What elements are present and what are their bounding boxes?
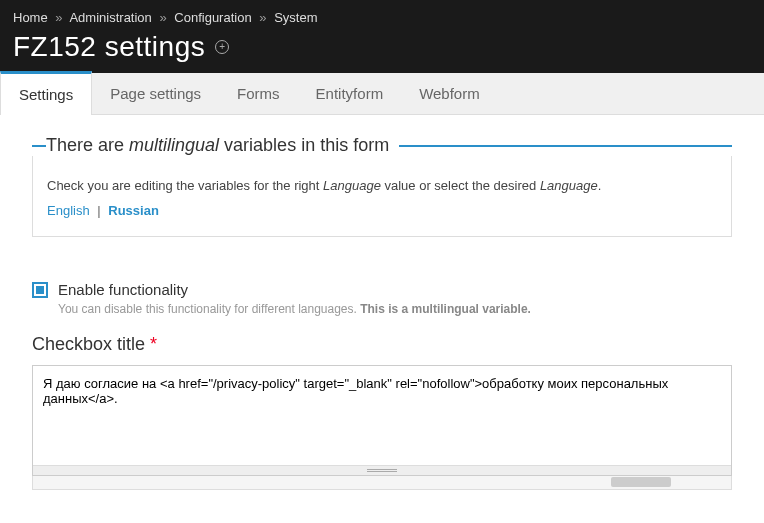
checkbox-title-textarea-wrap: [32, 365, 732, 476]
breadcrumb-sep: »: [55, 10, 62, 25]
scrollbar-thumb[interactable]: [611, 477, 671, 487]
plus-circle-icon[interactable]: +: [215, 40, 229, 54]
checkbox-checked-icon: [36, 286, 44, 294]
breadcrumb-item[interactable]: Home: [13, 10, 48, 25]
tab-webform[interactable]: Webform: [401, 73, 498, 114]
checkbox-title-item: Checkbox title *: [32, 334, 732, 490]
desc-text: Check you are editing the variables for …: [47, 178, 323, 193]
language-link-english[interactable]: English: [47, 203, 90, 218]
help-text-prefix: You can disable this functionality for d…: [58, 302, 360, 316]
horizontal-scrollbar[interactable]: [32, 476, 732, 490]
multilingual-fieldset: There are multilingual variables in this…: [32, 145, 732, 257]
enable-functionality-help: You can disable this functionality for d…: [58, 302, 732, 316]
language-link-russian[interactable]: Russian: [108, 203, 159, 218]
required-marker: *: [150, 334, 157, 354]
page-title: FZ152 settings: [13, 31, 205, 63]
tabs: Settings Page settings Forms Entityform …: [0, 73, 764, 115]
tab-forms[interactable]: Forms: [219, 73, 298, 114]
legend-line: [399, 145, 732, 147]
breadcrumb: Home » Administration » Configuration » …: [13, 10, 751, 31]
enable-functionality-label: Enable functionality: [58, 281, 188, 298]
tab-settings[interactable]: Settings: [0, 71, 92, 115]
fieldset-description: Check you are editing the variables for …: [47, 178, 717, 193]
desc-text: .: [598, 178, 602, 193]
fieldset-legend: There are multilingual variables in this…: [46, 135, 399, 156]
checkbox-title-label: Checkbox title *: [32, 334, 732, 355]
language-divider: |: [97, 203, 100, 218]
breadcrumb-item[interactable]: Configuration: [174, 10, 251, 25]
language-links: English | Russian: [47, 203, 717, 218]
tab-entityform[interactable]: Entityform: [298, 73, 402, 114]
breadcrumb-item[interactable]: System: [274, 10, 317, 25]
enable-functionality-checkbox[interactable]: [32, 282, 48, 298]
desc-em: Language: [540, 178, 598, 193]
help-text-strong: This is a multilingual variable.: [360, 302, 531, 316]
breadcrumb-sep: »: [159, 10, 166, 25]
legend-text: variables in this form: [219, 135, 389, 155]
grip-lines-icon: [367, 469, 397, 473]
enable-functionality-item: Enable functionality You can disable thi…: [32, 281, 732, 316]
legend-em: multilingual: [129, 135, 219, 155]
tab-page-settings[interactable]: Page settings: [92, 73, 219, 114]
breadcrumb-item[interactable]: Administration: [69, 10, 151, 25]
label-text: Checkbox title: [32, 334, 145, 354]
textarea-resize-grip[interactable]: [33, 465, 731, 475]
legend-text: There are: [46, 135, 129, 155]
checkbox-title-textarea[interactable]: [33, 366, 731, 462]
breadcrumb-sep: »: [259, 10, 266, 25]
desc-em: Language: [323, 178, 381, 193]
desc-text: value or select the desired: [381, 178, 540, 193]
